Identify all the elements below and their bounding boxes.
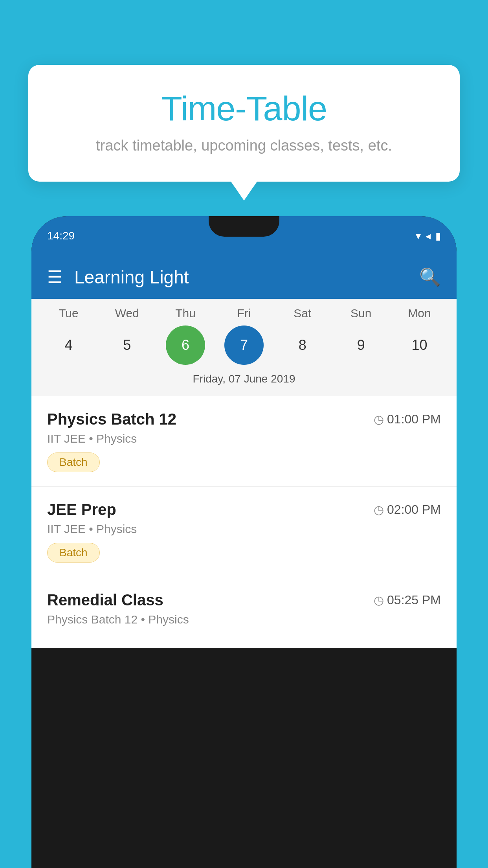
status-bar: 14:29 ▾ ◂ ▮ xyxy=(31,216,457,256)
batch-badge-1: Batch xyxy=(47,452,100,472)
schedule-item-1-name: Physics Batch 12 xyxy=(47,410,176,428)
status-icons: ▾ ◂ ▮ xyxy=(416,230,441,242)
day-6-today[interactable]: 6 xyxy=(166,326,205,365)
day-4[interactable]: 4 xyxy=(49,326,88,365)
day-header-mon: Mon xyxy=(400,307,439,320)
battery-icon: ▮ xyxy=(435,230,441,242)
schedule-item-1[interactable]: Physics Batch 12 ◷ 01:00 PM IIT JEE • Ph… xyxy=(31,396,457,487)
schedule-item-3-name: Remedial Class xyxy=(47,591,163,609)
day-header-wed: Wed xyxy=(107,307,147,320)
day-10[interactable]: 10 xyxy=(400,326,439,365)
day-numbers: 4 5 6 7 8 9 10 xyxy=(31,326,457,365)
day-5[interactable]: 5 xyxy=(107,326,147,365)
day-8[interactable]: 8 xyxy=(283,326,322,365)
wifi-icon: ▾ xyxy=(416,230,421,242)
app-bar: ☰ Learning Light 🔍 xyxy=(31,256,457,299)
schedule-item-3[interactable]: Remedial Class ◷ 05:25 PM Physics Batch … xyxy=(31,577,457,648)
schedule-item-2-time: ◷ 02:00 PM xyxy=(374,502,441,517)
day-headers: Tue Wed Thu Fri Sat Sun Mon xyxy=(31,307,457,320)
schedule-item-2[interactable]: JEE Prep ◷ 02:00 PM IIT JEE • Physics Ba… xyxy=(31,487,457,577)
speech-bubble: Time-Table track timetable, upcoming cla… xyxy=(28,65,460,182)
status-time: 14:29 xyxy=(47,230,75,242)
bubble-subtitle: track timetable, upcoming classes, tests… xyxy=(48,137,440,154)
day-9[interactable]: 9 xyxy=(341,326,381,365)
bubble-title: Time-Table xyxy=(48,88,440,129)
schedule-item-3-sub: Physics Batch 12 • Physics xyxy=(47,613,441,626)
app-bar-title: Learning Light xyxy=(74,267,407,288)
schedule-item-2-name: JEE Prep xyxy=(47,501,116,519)
batch-badge-2: Batch xyxy=(47,543,100,563)
schedule-item-1-sub: IIT JEE • Physics xyxy=(47,432,441,445)
schedule-list: Physics Batch 12 ◷ 01:00 PM IIT JEE • Ph… xyxy=(31,396,457,648)
day-header-thu: Thu xyxy=(166,307,205,320)
schedule-item-2-sub: IIT JEE • Physics xyxy=(47,522,441,536)
schedule-item-3-time: ◷ 05:25 PM xyxy=(374,593,441,607)
phone-frame: 14:29 ▾ ◂ ▮ ☰ Learning Light 🔍 Tue Wed T… xyxy=(31,216,457,868)
search-icon[interactable]: 🔍 xyxy=(419,267,441,287)
schedule-item-3-header: Remedial Class ◷ 05:25 PM xyxy=(47,591,441,609)
selected-date-label: Friday, 07 June 2019 xyxy=(31,370,457,392)
phone-notch xyxy=(209,216,279,237)
day-header-sun: Sun xyxy=(341,307,381,320)
clock-icon-3: ◷ xyxy=(374,593,384,607)
day-header-fri: Fri xyxy=(224,307,264,320)
schedule-item-1-header: Physics Batch 12 ◷ 01:00 PM xyxy=(47,410,441,428)
day-header-tue: Tue xyxy=(49,307,88,320)
signal-icon: ◂ xyxy=(426,230,431,242)
clock-icon-1: ◷ xyxy=(374,412,384,426)
clock-icon-2: ◷ xyxy=(374,503,384,517)
schedule-item-2-header: JEE Prep ◷ 02:00 PM xyxy=(47,501,441,519)
day-header-sat: Sat xyxy=(283,307,322,320)
hamburger-icon[interactable]: ☰ xyxy=(47,268,62,286)
day-7-selected[interactable]: 7 xyxy=(224,326,264,365)
schedule-item-1-time: ◷ 01:00 PM xyxy=(374,412,441,427)
calendar-strip: Tue Wed Thu Fri Sat Sun Mon 4 5 6 7 8 9 … xyxy=(31,299,457,396)
